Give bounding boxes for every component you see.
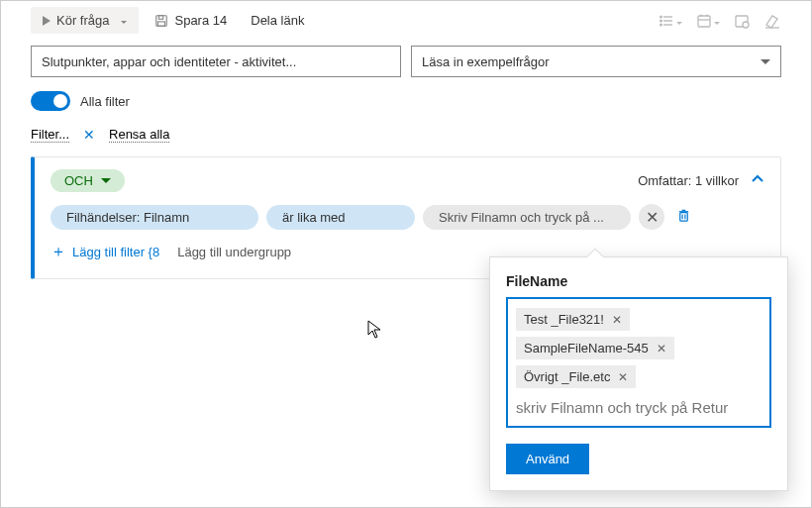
- svg-rect-1: [159, 15, 163, 19]
- svg-point-14: [743, 22, 749, 28]
- and-label: OCH: [64, 173, 93, 188]
- tag-chip: Test _File321! ✕: [516, 308, 630, 331]
- list-view-icon[interactable]: [659, 13, 682, 29]
- apply-button[interactable]: Använd: [506, 444, 589, 474]
- filter-links-row: Filter... ✕ Rensa alla: [1, 119, 811, 156]
- clear-icon[interactable]: [763, 13, 781, 29]
- logic-operator-pill[interactable]: OCH: [51, 169, 125, 192]
- chevron-down-icon: [121, 21, 127, 24]
- svg-rect-9: [698, 16, 710, 27]
- examples-label: Läsa in exempelfrågor: [422, 54, 550, 69]
- load-examples-select[interactable]: Läsa in exempelfrågor: [411, 46, 781, 77]
- run-query-button[interactable]: Kör fråga: [31, 7, 139, 34]
- share-label: Dela länk: [251, 13, 304, 28]
- remove-tag-icon[interactable]: ✕: [657, 342, 666, 356]
- popup-title: FileName: [506, 273, 771, 289]
- remove-condition-button[interactable]: ✕: [639, 204, 664, 230]
- share-link-button[interactable]: Dela länk: [243, 7, 312, 34]
- close-icon[interactable]: ✕: [83, 127, 95, 143]
- toolbar: Kör fråga Spara 14 Dela länk: [1, 1, 811, 40]
- card-header: OCH Omfattar: 1 villkor: [51, 169, 764, 192]
- delete-icon[interactable]: [672, 208, 695, 227]
- svg-rect-2: [158, 21, 165, 25]
- toggle-label: Alla filter: [80, 94, 130, 109]
- svg-point-7: [660, 20, 662, 22]
- svg-point-8: [660, 24, 662, 26]
- plus-icon: ＋: [51, 242, 66, 262]
- calendar-icon[interactable]: [696, 13, 720, 29]
- field-pill[interactable]: Filhändelser: Filnamn: [51, 205, 258, 230]
- tag-label: SampleFileName-545: [524, 341, 649, 356]
- all-filters-toggle[interactable]: [31, 91, 70, 111]
- toggle-knob: [53, 94, 67, 108]
- scope-label: Omfattar: 1 villkor: [638, 173, 739, 188]
- filter-link[interactable]: Filter...: [31, 127, 69, 143]
- chevron-down-icon: [101, 178, 111, 183]
- tags-input-box[interactable]: Test _File321! ✕ SampleFileName-545 ✕ Öv…: [506, 297, 771, 428]
- view-options: [659, 13, 791, 29]
- save-icon: [154, 14, 168, 28]
- cursor-icon: [367, 320, 383, 340]
- value-pill[interactable]: Skriv Filnamn och tryck på ...: [423, 205, 631, 230]
- tag-chip: SampleFileName-545 ✕: [516, 337, 674, 359]
- settings-icon[interactable]: [734, 13, 750, 29]
- tag-chip: Övrigt _File.etc ✕: [516, 365, 636, 388]
- save-label: Spara 14: [174, 13, 227, 28]
- chevron-down-icon: [761, 59, 770, 64]
- endpoints-input[interactable]: [31, 46, 401, 77]
- remove-tag-icon[interactable]: ✕: [618, 370, 628, 384]
- filename-input[interactable]: [514, 395, 763, 420]
- tag-label: Test _File321!: [524, 312, 604, 327]
- add-filter-link[interactable]: ＋ Lägg till filter {8: [51, 242, 159, 262]
- remove-tag-icon[interactable]: ✕: [612, 313, 622, 327]
- play-icon: [43, 16, 51, 26]
- run-label: Kör fråga: [56, 13, 109, 28]
- clear-all-link[interactable]: Rensa alla: [109, 127, 169, 143]
- operator-pill[interactable]: är lika med: [266, 205, 415, 230]
- add-subgroup-link[interactable]: Lägg till undergrupp: [177, 245, 291, 259]
- svg-point-6: [660, 16, 662, 18]
- add-filter-label: Lägg till filter {8: [72, 245, 159, 259]
- toggle-row: Alla filter: [1, 83, 811, 119]
- tag-label: Övrigt _File.etc: [524, 369, 610, 384]
- svg-rect-16: [680, 212, 688, 220]
- condition-row: Filhändelser: Filnamn är lika med Skriv …: [51, 204, 764, 230]
- query-inputs-row: Läsa in exempelfrågor: [1, 40, 811, 83]
- filename-popup: FileName Test _File321! ✕ SampleFileName…: [489, 256, 788, 491]
- collapse-icon[interactable]: [751, 172, 764, 189]
- save-button[interactable]: Spara 14: [147, 7, 235, 34]
